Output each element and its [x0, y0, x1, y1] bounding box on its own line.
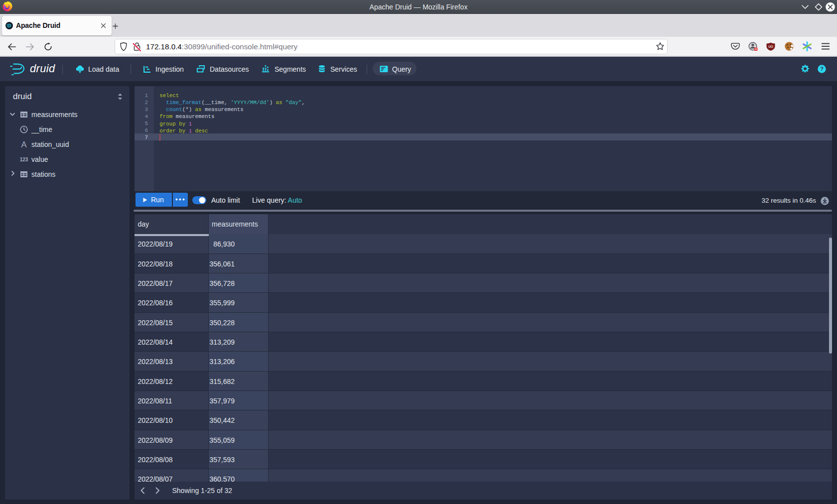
svg-text:123: 123 [20, 157, 28, 162]
svg-text:UO: UO [768, 45, 773, 48]
svg-text:A: A [21, 140, 26, 148]
svg-text:?: ? [820, 66, 824, 72]
